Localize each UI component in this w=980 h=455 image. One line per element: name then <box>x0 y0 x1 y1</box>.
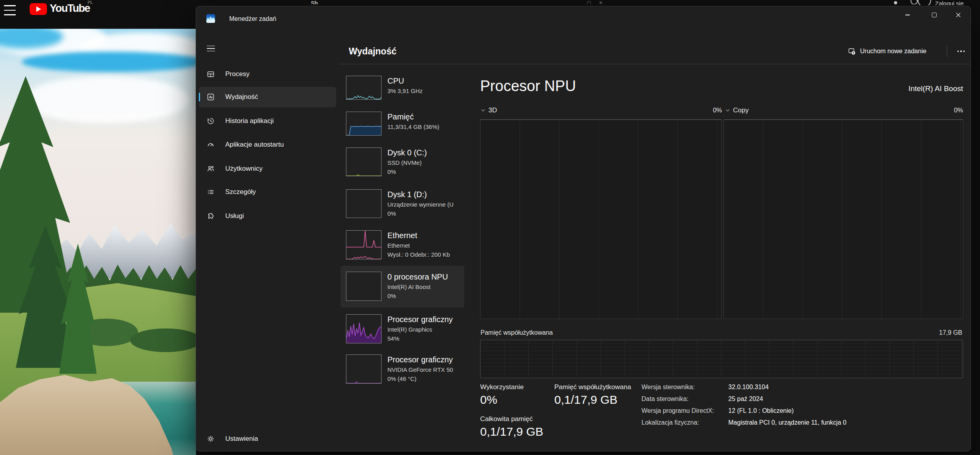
sidebar-item-processes[interactable]: Procesy <box>199 64 336 84</box>
directx-version-label: Wersja programu DirectX: <box>641 407 714 415</box>
perf-item-disk0[interactable]: Dysk 0 (C:)SSD (NVMe)0% <box>340 144 464 182</box>
ethernet-sparkline <box>346 230 382 259</box>
app-history-icon <box>207 117 215 125</box>
chart-copy-value: 0% <box>724 107 963 114</box>
chart-copy <box>724 119 963 319</box>
users-icon <box>207 165 215 173</box>
gpu-nvidia-sparkline <box>346 354 382 384</box>
sidebar-item-label: Wydajność <box>225 93 258 101</box>
sidebar-item-users[interactable]: Użytkownicy <box>199 159 336 179</box>
perf-item-npu[interactable]: 0 procesora NPUIntel(R) AI Boost0% <box>340 266 464 308</box>
perf-item-sub: 3% 3,91 GHz <box>387 86 423 95</box>
gpu-intel-sparkline <box>346 314 382 343</box>
youtube-logo-icon[interactable] <box>30 3 47 15</box>
performance-list: CPU3% 3,91 GHz Pamięć11,3/31,4 GB (36%) … <box>340 6 466 451</box>
perf-item-sub: 0% <box>387 209 454 218</box>
perf-item-sub: Urządzenie wymienne (U <box>387 200 454 209</box>
utilization-value: 0% <box>480 393 497 407</box>
perf-item-title: Dysk 0 (C:) <box>387 147 427 158</box>
utilization-label: Wykorzystanie <box>480 383 524 391</box>
driver-version-label: Wersja sterownika: <box>641 383 695 391</box>
sidebar-item-label: Usługi <box>225 212 244 220</box>
chart-3d <box>480 119 722 319</box>
sidebar-item-services[interactable]: Usługi <box>199 206 336 226</box>
perf-item-sub: 54% <box>387 334 453 343</box>
perf-item-sub: Intel(R) Graphics <box>387 325 453 334</box>
shared-memory-chart <box>480 340 963 378</box>
perf-item-sub: SSD (NVMe) <box>387 158 427 167</box>
perf-item-gpu-nvidia[interactable]: Procesor graficznyNVIDIA GeForce RTX 500… <box>340 351 464 389</box>
perf-item-memory[interactable]: Pamięć11,3/31,4 GB (36%) <box>340 108 464 140</box>
perf-item-sub: Ethernet <box>387 241 450 250</box>
physical-location-value: Magistrala PCI 0, urządzenie 11, funkcja… <box>728 419 846 427</box>
sidebar-item-label: Aplikacje autostartu <box>225 141 284 149</box>
driver-date-label: Data sterownika: <box>641 395 688 403</box>
sidebar-item-startup-apps[interactable]: Aplikacje autostartu <box>199 134 336 155</box>
background-window-controls-fragment: ▢ ✕ <box>587 0 614 4</box>
disk0-sparkline <box>346 147 382 176</box>
perf-item-sub: 0% <box>387 167 427 176</box>
services-icon <box>207 212 215 220</box>
sidebar-item-label: Użytkownicy <box>225 165 262 173</box>
chart-3d-value: 0% <box>480 107 722 114</box>
sidebar-item-label: Ustawienia <box>225 435 258 443</box>
sidebar-item-label: Szczegóły <box>225 188 256 196</box>
perf-item-gpu-intel[interactable]: Procesor graficznyIntel(R) Graphics54% <box>340 311 464 349</box>
perf-item-sub: Intel(R) AI Boost <box>387 282 448 291</box>
perf-item-title: Ethernet <box>387 230 450 241</box>
npu-sparkline <box>346 272 382 301</box>
perf-item-title: Dysk 1 (D:) <box>387 189 454 200</box>
perf-item-title: Procesor graficzny <box>387 314 453 325</box>
perf-item-sub: 0% (46 °C) <box>387 374 453 383</box>
disk1-sparkline <box>346 189 382 218</box>
npu-title: Procesor NPU <box>480 78 576 95</box>
perf-item-disk1[interactable]: Dysk 1 (D:)Urządzenie wymienne (U0% <box>340 186 464 224</box>
perf-item-title: 0 procesora NPU <box>387 272 448 282</box>
perf-item-cpu[interactable]: CPU3% 3,91 GHz <box>340 72 464 104</box>
details-icon <box>207 188 215 196</box>
perf-item-title: Procesor graficzny <box>387 354 453 365</box>
performance-icon <box>207 93 215 101</box>
npu-device-name: Intel(R) AI Boost <box>909 84 963 93</box>
directx-version-value: 12 (FL 1.0 : Obliczenie) <box>728 407 794 415</box>
mic-icon-fragment <box>894 1 897 4</box>
avatar-icon-fragment <box>918 0 933 5</box>
driver-version-value: 32.0.100.3104 <box>728 383 769 391</box>
perf-item-sub: 11,3/31,4 GB (36%) <box>387 122 439 131</box>
perf-item-sub: NVIDIA GeForce RTX 50 <box>387 365 453 374</box>
sidebar-item-settings[interactable]: Ustawienia <box>199 429 336 449</box>
sidebar-item-details[interactable]: Szczegóły <box>199 182 336 202</box>
cpu-sparkline <box>346 76 382 100</box>
settings-icon <box>207 435 215 443</box>
window-title: Menedżer zadań <box>229 15 276 22</box>
perf-item-title: CPU <box>387 76 423 86</box>
youtube-logo-text[interactable]: YouTube <box>50 2 90 15</box>
perf-item-sub: 0% <box>387 291 448 300</box>
shared-memory-label: Pamięć współużytkowana <box>554 383 631 391</box>
photo-cloud <box>24 76 189 123</box>
shared-memory-chart-label: Pamięć współużytkowana <box>481 329 553 336</box>
processes-icon <box>207 70 215 78</box>
nature-photo <box>0 29 196 455</box>
sidebar-item-label: Procesy <box>225 70 249 78</box>
shared-memory-value: 0,1/17,9 GB <box>554 393 617 407</box>
shared-memory-max: 17,9 GB <box>939 329 962 336</box>
physical-location-label: Lokalizacja fizyczna: <box>641 419 699 427</box>
total-memory-label: Całkowita pamięć <box>480 415 533 423</box>
perf-item-title: Pamięć <box>387 112 439 122</box>
photo-bush <box>130 328 196 352</box>
signin-button-fragment[interactable]: Zaloguj się <box>935 0 971 5</box>
youtube-country-code: PL <box>88 0 93 5</box>
startup-apps-icon <box>207 141 215 149</box>
perf-item-sub: Wysł.: 0 Odebr.: 200 Kb <box>387 250 450 259</box>
sidebar-item-performance[interactable]: Wydajność <box>199 87 336 107</box>
hamburger-icon <box>207 46 215 52</box>
browser-tab-fragment: Sh <box>311 0 335 4</box>
npu-detail-panel: Procesor NPU Intel(R) AI Boost 3D 0% Cop… <box>480 6 963 451</box>
sidebar-item-app-history[interactable]: Historia aplikacji <box>199 111 336 131</box>
perf-item-ethernet[interactable]: EthernetEthernetWysł.: 0 Odebr.: 200 Kb <box>340 227 464 265</box>
total-memory-value: 0,1/17,9 GB <box>480 425 543 438</box>
sidebar-toggle-button[interactable] <box>202 41 219 56</box>
photo-sky-streak <box>22 52 196 72</box>
youtube-menu-icon[interactable] <box>4 5 16 15</box>
